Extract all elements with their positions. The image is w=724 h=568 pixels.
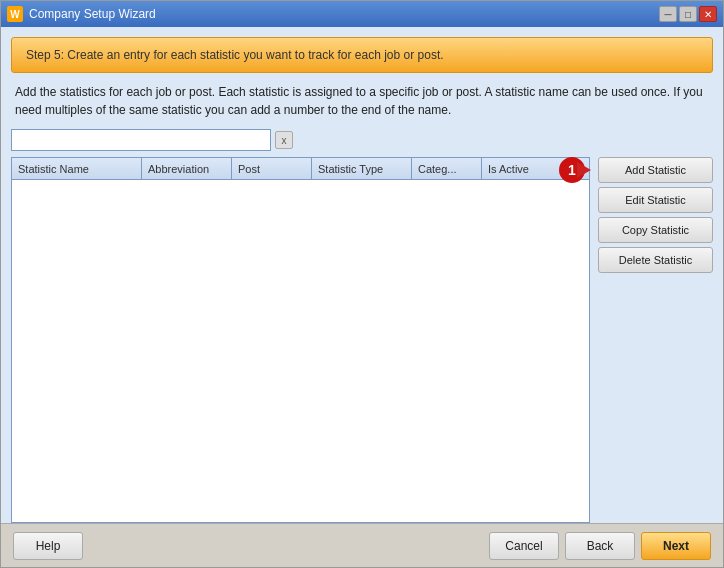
window-icon: W bbox=[7, 6, 23, 22]
cancel-button[interactable]: Cancel bbox=[489, 532, 559, 560]
col-is-active: Is Active bbox=[482, 158, 542, 179]
col-category: Categ... bbox=[412, 158, 482, 179]
minimize-button[interactable]: ─ bbox=[659, 6, 677, 22]
delete-statistic-button[interactable]: Delete Statistic bbox=[598, 247, 713, 273]
search-input[interactable] bbox=[11, 129, 271, 151]
step-banner: Step 5: Create an entry for each statist… bbox=[11, 37, 713, 73]
main-row: Statistic Name Abbreviation Post Statist… bbox=[11, 157, 713, 523]
title-bar-left: W Company Setup Wizard bbox=[7, 6, 156, 22]
footer-left: Help bbox=[13, 532, 83, 560]
table-body bbox=[12, 180, 589, 522]
col-statistic-type: Statistic Type bbox=[312, 158, 412, 179]
col-abbreviation: Abbreviation bbox=[142, 158, 232, 179]
close-button[interactable]: ✕ bbox=[699, 6, 717, 22]
description-text: Add the statistics for each job or post.… bbox=[15, 83, 709, 119]
search-row: x bbox=[11, 129, 713, 151]
col-post: Post bbox=[232, 158, 312, 179]
window-body: Step 5: Create an entry for each statist… bbox=[1, 27, 723, 523]
main-window: W Company Setup Wizard ─ □ ✕ Step 5: Cre… bbox=[0, 0, 724, 568]
col-statistic-name: Statistic Name bbox=[12, 158, 142, 179]
title-bar: W Company Setup Wizard ─ □ ✕ bbox=[1, 1, 723, 27]
step-banner-text: Step 5: Create an entry for each statist… bbox=[26, 48, 444, 62]
action-panel: 1 Add Statistic Edit Statistic Copy Stat… bbox=[598, 157, 713, 523]
copy-statistic-button[interactable]: Copy Statistic bbox=[598, 217, 713, 243]
edit-statistic-button[interactable]: Edit Statistic bbox=[598, 187, 713, 213]
next-button[interactable]: Next bbox=[641, 532, 711, 560]
title-bar-controls: ─ □ ✕ bbox=[659, 6, 717, 22]
content-area: x Statistic Name Abbreviation Po bbox=[11, 129, 713, 523]
maximize-button[interactable]: □ bbox=[679, 6, 697, 22]
table-header: Statistic Name Abbreviation Post Statist… bbox=[12, 158, 589, 180]
window-title: Company Setup Wizard bbox=[29, 7, 156, 21]
statistics-table: Statistic Name Abbreviation Post Statist… bbox=[11, 157, 590, 523]
add-statistic-button[interactable]: 1 Add Statistic bbox=[598, 157, 713, 183]
footer-right: Cancel Back Next bbox=[489, 532, 711, 560]
footer: Help Cancel Back Next bbox=[1, 523, 723, 567]
back-button[interactable]: Back bbox=[565, 532, 635, 560]
arrow-icon bbox=[577, 162, 591, 178]
clear-button[interactable]: x bbox=[275, 131, 293, 149]
help-button[interactable]: Help bbox=[13, 532, 83, 560]
